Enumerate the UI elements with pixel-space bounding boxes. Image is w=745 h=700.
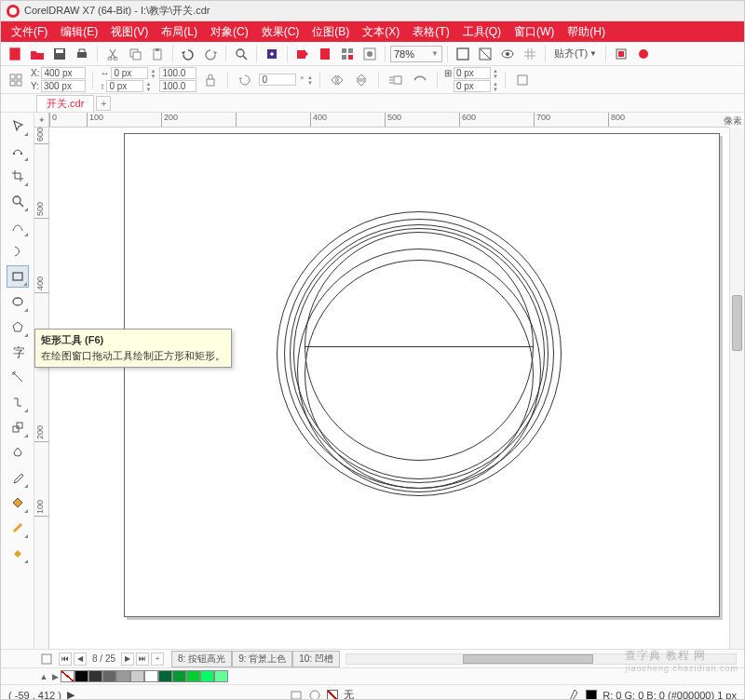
redo-button[interactable]: [200, 44, 221, 64]
export-button[interactable]: [292, 44, 313, 64]
connector-tool[interactable]: [7, 391, 29, 413]
pen-icon[interactable]: [569, 689, 580, 701]
swatch[interactable]: [200, 670, 214, 682]
swatch[interactable]: [130, 670, 144, 682]
open-button[interactable]: [27, 44, 47, 64]
add-tab-button[interactable]: +: [96, 96, 111, 111]
swatch[interactable]: [74, 670, 88, 682]
welcome-button[interactable]: [359, 44, 380, 64]
shape-tool[interactable]: [7, 140, 29, 162]
preview-button[interactable]: [475, 44, 495, 64]
last-page-button[interactable]: ⏭: [136, 653, 149, 666]
menu-file[interactable]: 文件(F): [5, 22, 54, 42]
swatch[interactable]: [186, 670, 200, 682]
print-button[interactable]: [72, 44, 92, 64]
rectangle-tool[interactable]: [7, 265, 29, 288]
freehand-tool[interactable]: [7, 215, 29, 237]
nudge-x-input[interactable]: 0 px: [454, 67, 491, 79]
menu-effects[interactable]: 效果(C): [255, 22, 306, 42]
new-button[interactable]: [5, 44, 25, 64]
palette-prev[interactable]: ▶: [49, 670, 61, 682]
swatch[interactable]: [158, 670, 172, 682]
outline-tool[interactable]: [7, 517, 29, 539]
scale-y-input[interactable]: 100.0: [159, 80, 196, 92]
launch-button[interactable]: [633, 44, 654, 64]
crop-tool[interactable]: [7, 165, 29, 187]
zoom-tool[interactable]: [7, 190, 29, 212]
add-page-button[interactable]: +: [151, 653, 164, 666]
width-input[interactable]: 0 px: [111, 67, 148, 79]
outline-style-button[interactable]: [410, 70, 430, 90]
pick-tool[interactable]: [7, 114, 29, 137]
menu-view[interactable]: 视图(V): [104, 22, 155, 42]
nudge-y-input[interactable]: 0 px: [454, 80, 491, 92]
menu-text[interactable]: 文本(X): [356, 22, 406, 42]
publish-pdf-button[interactable]: [315, 44, 335, 64]
prev-page-button[interactable]: ◀: [74, 653, 87, 666]
x-position-input[interactable]: 400 px: [41, 67, 86, 79]
smart-fill-tool[interactable]: [7, 542, 29, 564]
eyedropper-tool[interactable]: [7, 466, 29, 489]
options-button[interactable]: [611, 44, 631, 64]
undo-button[interactable]: [178, 44, 198, 64]
lock-ratio-button[interactable]: [200, 70, 221, 90]
menu-bitmap[interactable]: 位图(B): [305, 22, 356, 42]
paste-button[interactable]: [147, 44, 168, 64]
play-icon[interactable]: ▶: [67, 689, 74, 700]
scale-x-input[interactable]: 100.0: [159, 67, 196, 79]
page-tab-8[interactable]: 8: 按钮高光: [171, 651, 232, 667]
swatch-nofill[interactable]: [61, 670, 74, 682]
show-rulers-button[interactable]: [497, 44, 518, 64]
ellipse-tool[interactable]: [7, 290, 29, 313]
menu-help[interactable]: 帮助(H): [561, 22, 612, 42]
mirror-h-button[interactable]: [327, 70, 347, 90]
menu-edit[interactable]: 编辑(E): [54, 22, 104, 42]
rotation-input[interactable]: 0: [259, 74, 296, 86]
text-tool[interactable]: 字: [7, 341, 29, 363]
status-icon-1[interactable]: [290, 689, 303, 701]
palette-up[interactable]: ▲: [38, 670, 49, 682]
swatch[interactable]: [214, 670, 228, 682]
polygon-tool[interactable]: [7, 316, 29, 338]
ruler-origin[interactable]: ✦: [34, 113, 49, 128]
y-position-input[interactable]: 300 px: [41, 80, 86, 92]
menu-window[interactable]: 窗口(W): [508, 22, 561, 42]
ruler-vertical[interactable]: 600 500 400 300 200 100: [34, 128, 49, 649]
mirror-v-button[interactable]: [351, 70, 372, 90]
page-selector-icon[interactable]: [36, 649, 57, 669]
save-button[interactable]: [49, 44, 70, 64]
next-page-button[interactable]: ▶: [121, 653, 134, 666]
effects-tool[interactable]: [7, 416, 29, 438]
cut-button[interactable]: [102, 44, 123, 64]
ruler-horizontal[interactable]: 0 100 200 400 500 600 700 800: [49, 113, 729, 128]
fill-tool[interactable]: [7, 491, 29, 514]
doc-tab-active[interactable]: 开关.cdr: [36, 95, 94, 112]
wrap-button[interactable]: [386, 70, 406, 90]
search-button[interactable]: [231, 44, 251, 64]
height-input[interactable]: 0 px: [106, 80, 143, 92]
swatch[interactable]: [172, 670, 186, 682]
app-launcher-button[interactable]: [337, 44, 358, 64]
swatch[interactable]: [144, 670, 158, 682]
first-page-button[interactable]: ⏮: [59, 653, 72, 666]
vertical-scrollbar[interactable]: [729, 128, 744, 649]
show-grid-button[interactable]: [520, 44, 540, 64]
fill-indicator[interactable]: [327, 690, 338, 701]
copy-button[interactable]: [125, 44, 145, 64]
swatch[interactable]: [116, 670, 130, 682]
smear-tool[interactable]: [7, 240, 29, 262]
import-button[interactable]: [262, 44, 282, 64]
swatch[interactable]: [102, 670, 116, 682]
zoom-level[interactable]: 78%▼: [390, 46, 442, 62]
page-tab-10[interactable]: 10: 凹槽: [292, 651, 340, 667]
fullscreen-button[interactable]: [453, 44, 473, 64]
page-tab-9[interactable]: 9: 背景上色: [232, 651, 292, 667]
dimension-tool[interactable]: [7, 366, 29, 388]
menu-layout[interactable]: 布局(L): [155, 22, 204, 42]
snap-dropdown[interactable]: 贴齐(T) ▼: [550, 45, 601, 62]
outline-color-swatch[interactable]: [586, 690, 597, 701]
drawing-canvas[interactable]: [49, 128, 729, 649]
menu-tools[interactable]: 工具(Q): [456, 22, 508, 42]
menu-object[interactable]: 对象(C): [204, 22, 255, 42]
swatch[interactable]: [88, 670, 102, 682]
